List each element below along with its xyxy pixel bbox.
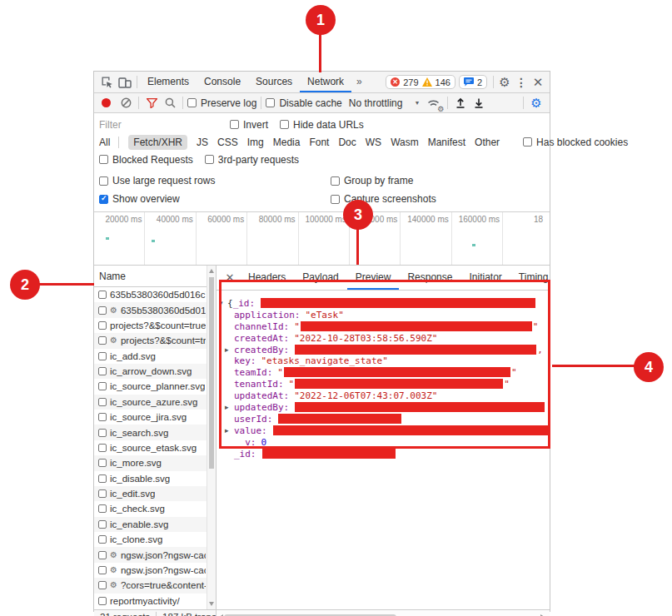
export-har-icon[interactable] bbox=[470, 96, 487, 111]
name-column-header[interactable]: Name bbox=[94, 266, 216, 287]
record-button[interactable] bbox=[102, 98, 111, 107]
search-icon[interactable] bbox=[162, 96, 178, 111]
close-detail-icon[interactable]: ✕ bbox=[220, 271, 240, 284]
request-row[interactable]: ic_more.svg bbox=[94, 455, 216, 470]
scroll-up-icon[interactable] bbox=[209, 269, 214, 273]
detail-horizontal-scrollbar[interactable] bbox=[217, 610, 550, 616]
detail-tab[interactable]: Initiator bbox=[460, 266, 510, 290]
detail-tab[interactable]: Timing bbox=[510, 266, 550, 290]
request-row[interactable]: ⚙ ngsw.json?ngsw-cache bbox=[94, 563, 216, 578]
request-checkbox[interactable] bbox=[98, 551, 107, 559]
messages-badge[interactable]: 2 bbox=[459, 75, 487, 89]
request-row[interactable]: projects?&$count=true& bbox=[94, 318, 216, 333]
large-rows-toggle[interactable]: Use large request rows bbox=[99, 171, 331, 190]
detail-tab[interactable]: Response bbox=[399, 266, 460, 290]
request-row[interactable]: ic_search.svg bbox=[94, 425, 216, 440]
disable-cache-toggle[interactable]: Disable cache bbox=[266, 97, 341, 109]
type-filter[interactable]: Manifest bbox=[428, 137, 465, 148]
request-checkbox[interactable] bbox=[98, 566, 107, 574]
request-row[interactable]: ic_edit.svg bbox=[94, 486, 216, 501]
request-checkbox[interactable] bbox=[98, 459, 107, 467]
detail-tab[interactable]: Headers bbox=[240, 266, 294, 290]
blocked-requests-toggle[interactable]: Blocked Requests bbox=[99, 154, 193, 166]
requests-scrollbar[interactable] bbox=[207, 266, 216, 609]
tab-console[interactable]: Console bbox=[197, 72, 248, 92]
capture-screenshots-checkbox[interactable] bbox=[331, 195, 340, 204]
request-checkbox[interactable] bbox=[98, 444, 107, 452]
request-checkbox[interactable] bbox=[98, 321, 107, 330]
disable-cache-checkbox[interactable] bbox=[266, 98, 275, 107]
preserve-log-checkbox[interactable] bbox=[187, 98, 197, 107]
invert-checkbox[interactable] bbox=[230, 120, 239, 129]
type-filter[interactable]: Wasm bbox=[391, 137, 419, 148]
request-row[interactable]: ⚙ ?cors=true&content-ty bbox=[94, 578, 216, 593]
preserve-log-toggle[interactable]: Preserve log bbox=[187, 97, 256, 109]
group-by-frame-checkbox[interactable] bbox=[331, 176, 340, 186]
network-settings-gear-icon[interactable]: ⚙ bbox=[528, 96, 545, 111]
tab-network[interactable]: Network bbox=[300, 72, 351, 92]
network-overview[interactable]: 20000 ms40000 ms60000 ms80000 ms100000 m… bbox=[94, 212, 550, 266]
type-filter[interactable]: All bbox=[99, 137, 119, 148]
type-filter[interactable]: Img bbox=[247, 137, 264, 148]
expand-arrow-icon[interactable]: ▸ bbox=[225, 402, 229, 414]
expand-arrow-icon[interactable]: ▸ bbox=[225, 345, 229, 356]
request-row[interactable]: ic_source_etask.svg bbox=[94, 440, 216, 455]
show-overview-toggle[interactable]: Show overview bbox=[99, 190, 331, 208]
request-checkbox[interactable] bbox=[98, 367, 107, 375]
expand-arrow-icon[interactable]: ▸ bbox=[225, 425, 229, 437]
tab-sources[interactable]: Sources bbox=[248, 72, 300, 92]
request-checkbox[interactable] bbox=[98, 474, 107, 483]
filter-input[interactable] bbox=[99, 118, 212, 132]
type-filter[interactable]: JS bbox=[197, 137, 208, 148]
toggle-device-toolbar-icon[interactable] bbox=[116, 74, 134, 91]
request-row[interactable]: ic_check.svg bbox=[94, 501, 216, 516]
hide-data-urls-checkbox[interactable] bbox=[280, 120, 289, 129]
request-row[interactable]: ic_source_jira.svg bbox=[94, 410, 216, 425]
detail-tab[interactable]: Preview bbox=[347, 266, 400, 290]
type-filter[interactable]: Other bbox=[475, 137, 500, 148]
type-filter[interactable]: Font bbox=[309, 137, 329, 148]
request-checkbox[interactable] bbox=[98, 489, 107, 498]
request-checkbox[interactable] bbox=[98, 352, 107, 360]
show-overview-checkbox[interactable] bbox=[99, 195, 108, 204]
type-filter[interactable]: Doc bbox=[338, 137, 356, 148]
third-party-toggle[interactable]: 3rd-party requests bbox=[205, 154, 299, 166]
type-filter[interactable]: Media bbox=[273, 137, 301, 148]
filter-funnel-icon[interactable] bbox=[143, 96, 160, 111]
request-row[interactable]: 635b5380360d5d016c788 bbox=[94, 287, 216, 302]
large-rows-checkbox[interactable] bbox=[99, 176, 108, 186]
request-checkbox[interactable] bbox=[98, 413, 107, 421]
scroll-down-icon[interactable] bbox=[209, 602, 214, 606]
group-by-frame-toggle[interactable]: Group by frame bbox=[331, 171, 545, 190]
detail-tab[interactable]: Payload bbox=[294, 266, 346, 290]
request-row[interactable]: ic_clone.svg bbox=[94, 532, 216, 547]
request-checkbox[interactable] bbox=[98, 382, 107, 390]
request-row[interactable]: ic_add.svg bbox=[94, 349, 216, 364]
menu-dots-icon[interactable]: ⋮ bbox=[513, 74, 530, 91]
request-checkbox[interactable] bbox=[98, 520, 107, 529]
throttling-dropdown[interactable]: No throttling ▼ bbox=[349, 97, 421, 109]
request-row[interactable]: ic_arrow_down.svg bbox=[94, 364, 216, 379]
blocked-requests-checkbox[interactable] bbox=[99, 155, 108, 164]
request-checkbox[interactable] bbox=[98, 504, 107, 513]
inspect-element-icon[interactable] bbox=[97, 74, 116, 91]
type-filter[interactable]: CSS bbox=[217, 137, 238, 148]
request-checkbox[interactable] bbox=[98, 581, 107, 589]
request-row[interactable]: reportmyactivity/ bbox=[94, 594, 216, 609]
type-filter[interactable]: WS bbox=[366, 137, 381, 148]
request-row[interactable]: ic_enable.svg bbox=[94, 517, 216, 532]
request-checkbox[interactable] bbox=[98, 535, 107, 544]
clear-icon[interactable] bbox=[117, 96, 134, 111]
request-checkbox[interactable] bbox=[98, 597, 107, 605]
type-filter[interactable]: Fetch/XHR bbox=[128, 135, 187, 150]
request-row[interactable]: ic_source_azure.svg bbox=[94, 395, 216, 410]
network-conditions-icon[interactable]: ⚙ bbox=[425, 96, 443, 111]
request-checkbox[interactable] bbox=[98, 306, 107, 315]
close-devtools-icon[interactable]: ✕ bbox=[530, 74, 546, 91]
request-checkbox[interactable] bbox=[98, 291, 107, 299]
request-row[interactable]: ic_disable.svg bbox=[94, 471, 216, 486]
invert-toggle[interactable]: Invert bbox=[230, 119, 268, 131]
has-blocked-cookies-toggle[interactable]: Has blocked cookies bbox=[523, 137, 628, 148]
expand-arrow-icon[interactable]: ▾ bbox=[220, 298, 223, 310]
scrollbar-thumb[interactable] bbox=[209, 277, 214, 469]
